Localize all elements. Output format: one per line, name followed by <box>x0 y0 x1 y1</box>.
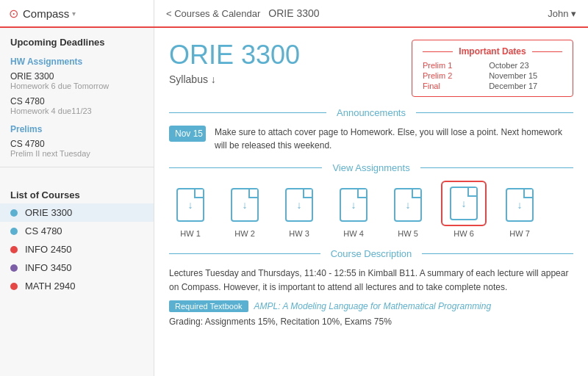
content-area: ORIE 3300 Syllabus ↓ Important Dates Pre… <box>154 28 588 376</box>
logo-area[interactable]: ⊙ Compass ▾ <box>0 0 154 26</box>
file-icon: ↓ <box>450 187 478 220</box>
dates-grid: Prelim 1October 23Prelim 2November 15Fin… <box>423 61 562 90</box>
file-icon: ↓ <box>176 188 204 222</box>
file-icon-wrap: ↓ <box>441 181 487 226</box>
course-header: ORIE 3300 Syllabus ↓ Important Dates Pre… <box>169 40 573 97</box>
download-icon: ↓ <box>462 198 467 209</box>
course-desc-section-header: Course Description <box>169 248 573 259</box>
date-name: Prelim 1 <box>423 61 477 70</box>
sidebar-divider <box>0 167 154 167</box>
course-dot-icon <box>10 228 18 235</box>
hw-item-cs-course: CS 4780 <box>10 96 143 106</box>
hw-item-orie-course: ORIE 3300 <box>10 71 143 82</box>
nav-user-label: John ▾ <box>548 8 576 19</box>
nav-center-title: ORIE 3300 <box>268 7 319 19</box>
course-title: ORIE 3300 <box>169 40 300 70</box>
ann-line-right <box>416 112 573 113</box>
announcement-date: Nov 15 <box>169 126 206 142</box>
announcements-section-header: Announcements <box>169 107 573 118</box>
nav-center: < Courses & Calendar ORIE 3300 John ▾ <box>154 8 588 19</box>
course-desc-label: Course Description <box>320 248 423 259</box>
hw-label: HW 2 <box>234 229 255 238</box>
main-layout: Upcoming Deadlines HW Assignments ORIE 3… <box>0 28 588 376</box>
assignments-label: View Assignments <box>322 162 420 173</box>
sidebar: Upcoming Deadlines HW Assignments ORIE 3… <box>0 28 154 376</box>
sidebar-course-item[interactable]: CS 4780 <box>0 222 154 240</box>
imp-dash-right <box>532 51 562 52</box>
download-icon: ↓ <box>351 199 356 211</box>
file-icon: ↓ <box>394 188 422 222</box>
course-dot-icon <box>10 246 18 253</box>
file-icon: ↓ <box>285 188 313 222</box>
file-icon-wrap: ↓ <box>498 184 541 226</box>
hw-assignment-item[interactable]: ↓ HW 1 <box>169 184 212 238</box>
compass-icon: ⊙ <box>9 7 18 21</box>
hw-assignment-item[interactable]: ↓ HW 4 <box>332 184 375 238</box>
hw-label: HW 3 <box>289 229 309 238</box>
syllabus-link[interactable]: Syllabus ↓ <box>169 73 300 85</box>
imp-label-text: Important Dates <box>453 46 531 57</box>
hw-label: HW 1 <box>180 229 201 238</box>
download-icon: ↓ <box>188 199 193 211</box>
course-desc-text: Lectures Tuesday and Thursdays, 11:40 - … <box>169 267 573 294</box>
asgn-line-right <box>420 167 573 168</box>
logo-text: Compass <box>23 7 69 20</box>
upcoming-deadlines-title: Upcoming Deadlines <box>0 28 154 51</box>
hw-item-orie[interactable]: ORIE 3300 Homework 6 due Tomorrow <box>0 68 154 93</box>
course-item-label: INFO 3450 <box>25 262 72 273</box>
announcements-label: Announcements <box>326 107 416 118</box>
textbook-link[interactable]: AMPL: A Modeling Language for Mathematic… <box>254 301 492 311</box>
course-item-label: INFO 2450 <box>25 244 72 255</box>
hw-label: HW 6 <box>453 229 474 238</box>
assignments-row: ↓ HW 1 ↓ HW 2 ↓ HW 3 ↓ <box>169 181 573 238</box>
assignments-section-header: View Assignments <box>169 162 573 173</box>
nav-back-button[interactable]: < Courses & Calendar <box>166 8 260 19</box>
hw-label: HW 7 <box>509 229 530 238</box>
hw-item-cs-detail: Homework 4 due11/23 <box>10 106 143 115</box>
hw-assignment-item[interactable]: ↓ HW 6 <box>441 181 487 238</box>
asgn-line-left <box>169 167 322 168</box>
date-name: Final <box>423 82 477 90</box>
announcement-item: Nov 15 Make sure to attach cover page to… <box>169 126 573 152</box>
textbook-row: Required Textbook AMPL: A Modeling Langu… <box>169 300 573 312</box>
prelim-item-cs[interactable]: CS 4780 Prelim II next Tuesday <box>0 136 154 161</box>
hw-assignment-item[interactable]: ↓ HW 3 <box>278 184 320 238</box>
sidebar-course-item[interactable]: INFO 2450 <box>0 240 154 258</box>
file-icon-wrap: ↓ <box>278 184 320 226</box>
course-dot-icon <box>10 209 18 217</box>
sidebar-course-item[interactable]: ORIE 3300 <box>0 203 154 222</box>
download-icon: ↓ <box>517 199 523 211</box>
prelims-label: Prelims <box>0 118 154 136</box>
sidebar-course-item[interactable]: INFO 3450 <box>0 258 154 277</box>
hw-assignment-item[interactable]: ↓ HW 7 <box>498 184 541 238</box>
nav-user-menu[interactable]: John ▾ <box>548 8 588 19</box>
hw-item-cs[interactable]: CS 4780 Homework 4 due11/23 <box>0 93 154 118</box>
courses-list: ORIE 3300 CS 4780 INFO 2450 INFO 3450 MA… <box>0 203 154 295</box>
file-icon: ↓ <box>340 188 368 222</box>
hw-assignment-item[interactable]: ↓ HW 5 <box>387 184 429 238</box>
course-item-label: CS 4780 <box>25 225 62 236</box>
download-icon: ↓ <box>297 199 302 211</box>
file-icon: ↓ <box>231 188 259 222</box>
hw-assignment-item[interactable]: ↓ HW 2 <box>223 184 266 238</box>
date-value: December 17 <box>489 82 562 90</box>
logo-chevron-icon: ▾ <box>72 10 76 18</box>
course-item-label: ORIE 3300 <box>25 207 72 218</box>
prelim-item-cs-detail: Prelim II next Tuesday <box>10 149 143 158</box>
grading-text: Grading: Assignments 15%, Recitation 10%… <box>169 317 573 327</box>
sidebar-course-item[interactable]: MATH 2940 <box>0 277 154 295</box>
announcement-text: Make sure to attach cover page to Homewo… <box>215 126 573 152</box>
important-dates-title: Important Dates <box>423 46 562 57</box>
courses-section: List of Courses ORIE 3300 CS 4780 INFO 2… <box>0 173 154 295</box>
date-name: Prelim 2 <box>423 71 477 80</box>
textbook-badge: Required Textbook <box>169 300 248 312</box>
hw-item-orie-detail: Homework 6 due Tomorrow <box>10 82 143 90</box>
file-icon-wrap: ↓ <box>223 184 266 226</box>
list-of-courses-title: List of Courses <box>0 181 154 203</box>
ann-line-left <box>169 112 326 113</box>
important-dates-box: Important Dates Prelim 1October 23Prelim… <box>412 40 573 97</box>
desc-line-right <box>422 253 573 254</box>
download-icon: ↓ <box>243 199 248 211</box>
date-value: November 15 <box>489 71 562 80</box>
download-icon: ↓ <box>406 199 411 211</box>
